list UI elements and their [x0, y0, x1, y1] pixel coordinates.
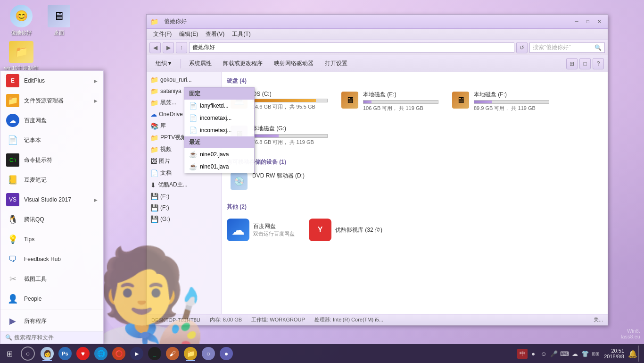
drive-f[interactable]: 🖥 本地磁盘 (F:) 89.9 GB 可用， 共 119 GB — [448, 88, 552, 115]
java-icon-1: ☕ — [189, 151, 197, 158]
taskbar-app-orange[interactable]: ⭕ — [110, 345, 127, 362]
system-properties-button[interactable]: 系统属性 — [184, 58, 217, 69]
start-menu-item-snip[interactable]: ✂ 截图工具 — [0, 269, 103, 289]
submenu-item-1[interactable]: 📄 lanyfiketd... — [184, 100, 254, 112]
submenu-item-3[interactable]: 📄 incometaxj... — [184, 124, 254, 136]
refresh-button[interactable]: ↺ — [516, 42, 528, 53]
up-button[interactable]: ↑ — [176, 42, 187, 53]
file-icon-2: 📄 — [189, 114, 197, 122]
menu-view[interactable]: 查看(V) — [203, 29, 227, 39]
taskbar-app-folder[interactable]: 📁 — [182, 345, 199, 362]
circle2-icon: ● — [220, 347, 233, 360]
minimize-button[interactable]: ─ — [572, 17, 581, 26]
start-menu-item-vs[interactable]: VS Visual Studio 2017 ▶ — [0, 190, 103, 210]
start-button[interactable]: ⊞ — [0, 344, 19, 363]
start-menu-item-editplus[interactable]: E EditPlus ▶ — [0, 71, 103, 91]
tray-keyboard-icon[interactable]: ⌨ — [560, 349, 569, 358]
submenu-item-2[interactable]: 📄 incometaxj... — [184, 112, 254, 124]
language-indicator[interactable]: 中 — [517, 349, 528, 359]
sidebar-item-e[interactable]: 💾 (E:) — [147, 191, 222, 202]
start-menu-item-notepad[interactable]: 📄 记事本 — [0, 130, 103, 150]
sidebar-label-gokou: gokou_ruri... — [160, 76, 192, 83]
back-button[interactable]: ◀ — [149, 42, 161, 53]
theme-folder-icon: 📁 — [9, 41, 33, 63]
tray-grid-icon[interactable]: ⊞⊞ — [591, 349, 600, 358]
tray-time[interactable]: 20:51 2018/8/8 — [601, 348, 627, 359]
explorer-arrow: ▶ — [94, 98, 98, 103]
tray-dot-icon[interactable]: ● — [528, 349, 538, 358]
submenu-extra-1[interactable]: ☕ nine02.java — [184, 148, 254, 160]
sidebar-item-gokou[interactable]: 📁 gokou_ruri... — [147, 74, 222, 85]
start-menu-item-allprograms[interactable]: ▶ 所有程序 — [0, 311, 103, 331]
uninstall-button[interactable]: 卸载或更改程序 — [218, 58, 268, 69]
tray-smiley-icon[interactable]: ☺ — [539, 349, 548, 358]
drive-c-info: OS (C:) 14.6 GB 可用， 共 95.5 GB — [252, 91, 328, 110]
tray-cloud-icon[interactable]: ☁ — [570, 349, 579, 358]
desktop-icon-avatar[interactable]: 😊 傻她你好 — [5, 5, 38, 36]
taskbar-search-button[interactable]: ○ — [21, 346, 35, 361]
forward-button[interactable]: ▶ — [163, 42, 174, 53]
folder-taskbar-icon: 📁 — [184, 347, 197, 360]
show-desktop-button[interactable] — [638, 346, 641, 362]
other-app-youku[interactable]: Y 优酷影视库 (32 位) — [309, 219, 382, 241]
close-button[interactable]: ✕ — [594, 17, 604, 26]
start-menu-item-people[interactable]: 👤 People — [0, 289, 103, 309]
start-menu-search-input[interactable] — [14, 334, 99, 341]
map-network-button[interactable]: 映射网络驱动器 — [269, 58, 319, 69]
sidebar-item-downloads[interactable]: ⬇ 优酷AD主... — [147, 179, 222, 191]
menu-file[interactable]: 文件(F) — [150, 29, 174, 39]
taskbar-app-terminal[interactable]: _ — [146, 345, 163, 362]
view-toggle-button[interactable]: ⊞ — [566, 58, 578, 69]
taskbar-app-circle1[interactable]: ○ — [200, 345, 217, 362]
taskbar-app-brush[interactable]: 🖌 — [164, 345, 181, 362]
start-menu-item-doumei[interactable]: 📒 豆麦笔记 — [0, 170, 103, 190]
explorer-icon: 📁 — [6, 94, 19, 107]
other-app-baidu[interactable]: ☁ 百度网盘 双击运行百度网盘 — [227, 219, 295, 241]
taskbar-app-circle2[interactable]: ● — [218, 345, 235, 362]
taskbar-app-avatar[interactable]: 👩 — [39, 345, 56, 362]
portable-grid: 💿 DVD RW 驱动器 (D:) — [227, 169, 603, 194]
snip-label: 截图工具 — [24, 275, 98, 283]
dvd-name: DVD RW 驱动器 (D:) — [252, 172, 328, 180]
menu-edit[interactable]: 编辑(E) — [176, 29, 201, 39]
taskbar-app-red[interactable]: ♥ — [74, 345, 91, 362]
pane-button[interactable]: □ — [579, 58, 591, 69]
submenu-extra-2[interactable]: ☕ nine01.java — [184, 160, 254, 173]
address-bar[interactable]: 傻她你好 — [189, 42, 514, 53]
start-menu-item-cmd[interactable]: C:\ 命令提示符 — [0, 150, 103, 170]
documents-icon: 📄 — [150, 169, 158, 177]
window-title: 傻她你好 — [164, 17, 187, 25]
start-menu-item-feedback[interactable]: 🗨 Feedback Hub — [0, 249, 103, 269]
taskbar: ⊞ ○ 👩 Ps ♥ 🌐 ⭕ — [0, 344, 644, 363]
sidebar-label-black: 黑笼... — [160, 99, 176, 107]
menu-tools[interactable]: 工具(T) — [229, 29, 253, 39]
allprograms-label: 所有程序 — [24, 317, 98, 325]
organize-button[interactable]: 组织▼ — [150, 58, 178, 69]
baiduyun-label: 百度网盘 — [24, 117, 98, 125]
taskbar-app-blue[interactable]: 🌐 — [92, 345, 109, 362]
help-button[interactable]: ? — [593, 58, 604, 69]
search-bar[interactable]: 搜索"傻她你好" 🔍 — [529, 42, 605, 53]
taskbar-app-dark[interactable]: ▶ — [128, 345, 145, 362]
notification-icon[interactable]: 🔔 — [628, 349, 637, 358]
drive-e-size: 106 GB 可用， 共 119 GB — [363, 105, 438, 112]
start-menu-item-tips[interactable]: 💡 Tips — [0, 229, 103, 249]
desktop-icon-label-desktop: 桌面 — [54, 29, 64, 36]
doumei-label: 豆麦笔记 — [24, 176, 98, 184]
maximize-button[interactable]: □ — [583, 17, 593, 26]
tray-shirt-icon[interactable]: 👕 — [580, 349, 590, 358]
sidebar-item-g[interactable]: 💾 (G:) — [147, 213, 222, 225]
hard-drives-header: 硬盘 (4) — [227, 77, 603, 85]
sidebar-item-f[interactable]: 💾 (F:) — [147, 202, 222, 213]
desktop-icon-desktop[interactable]: 🖥 桌面 — [42, 5, 75, 36]
taskbar-app-ps[interactable]: Ps — [57, 345, 74, 362]
tray-mic-icon[interactable]: 🎤 — [549, 349, 559, 358]
taskbar-apps: 👩 Ps ♥ 🌐 ⭕ ▶ _ — [37, 345, 237, 362]
open-settings-button[interactable]: 打开设置 — [320, 58, 353, 69]
start-menu-divider — [0, 310, 103, 310]
close-status-button[interactable]: 关... — [594, 316, 603, 323]
start-menu-item-explorer[interactable]: 📁 文件资源管理器 ▶ — [0, 91, 103, 110]
drive-e[interactable]: 🖥 本地磁盘 (E:) 106 GB 可用， 共 119 GB — [338, 88, 441, 115]
start-menu-item-qq[interactable]: 🐧 腾讯QQ — [0, 210, 103, 229]
start-menu-item-baiduyun[interactable]: ☁ 百度网盘 — [0, 110, 103, 130]
